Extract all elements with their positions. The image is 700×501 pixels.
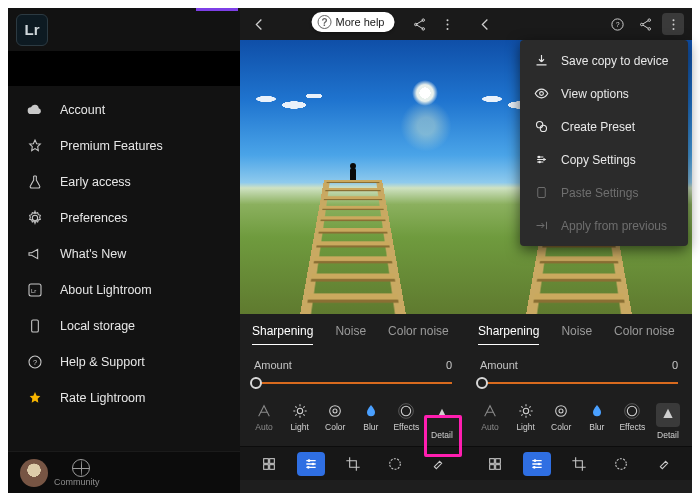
strip-crop[interactable]: [565, 452, 593, 476]
menu-label: Account: [60, 103, 105, 117]
tool-label: Effects: [619, 422, 645, 432]
slider-thumb[interactable]: [250, 377, 262, 389]
tool-label: Color: [551, 422, 571, 432]
menu-label: Premium Features: [60, 139, 163, 153]
tool-blur[interactable]: Blur: [581, 403, 613, 440]
amount-slider[interactable]: [480, 375, 678, 391]
photo-clouds: [250, 90, 330, 120]
svg-rect-18: [264, 464, 269, 469]
tab-sharpening[interactable]: Sharpening: [252, 324, 313, 345]
globe-icon[interactable]: [72, 459, 90, 477]
strip-presets[interactable]: [481, 452, 509, 476]
menu-item-account[interactable]: Account: [8, 92, 240, 128]
ov-save-copy[interactable]: Save copy to device: [520, 44, 688, 77]
slider-thumb[interactable]: [476, 377, 488, 389]
svg-point-33: [537, 122, 543, 128]
highlight-box-detail: [424, 415, 462, 457]
amount-slider[interactable]: [254, 375, 452, 391]
tool-label: Color: [325, 422, 345, 432]
edit-tool-row: Auto Light Color Blur Effects: [466, 393, 692, 446]
amount-value: 0: [672, 359, 678, 371]
menu-item-premium[interactable]: Premium Features: [8, 128, 240, 164]
svg-point-26: [648, 18, 651, 21]
editor-topbar: ?: [466, 8, 692, 40]
menu-item-rate[interactable]: Rate Lightroom: [8, 380, 240, 416]
menu-label: Early access: [60, 175, 131, 189]
app-menu-panel: Lr Account Premium Features Early access…: [8, 8, 240, 493]
overflow-button[interactable]: [662, 13, 684, 35]
editor-panel-right: ? Save copy to device View options Creat…: [466, 8, 692, 493]
ov-copy-settings[interactable]: Copy Settings: [520, 143, 688, 176]
strip-presets[interactable]: [255, 452, 283, 476]
megaphone-icon: [26, 245, 44, 263]
svg-text:?: ?: [615, 21, 619, 28]
avatar[interactable]: [20, 459, 48, 487]
tool-light[interactable]: Light: [510, 403, 542, 440]
strip-masking[interactable]: [607, 452, 635, 476]
strip-healing[interactable]: [649, 452, 677, 476]
ov-view-options[interactable]: View options: [520, 77, 688, 110]
tool-detail[interactable]: Detail: [652, 403, 684, 440]
share-button[interactable]: [408, 13, 430, 35]
bottom-strip: [466, 446, 692, 480]
photo-preview[interactable]: [240, 40, 466, 314]
help-icon: ?: [26, 353, 44, 371]
tool-light[interactable]: Light: [284, 403, 316, 440]
strip-edit[interactable]: [523, 452, 551, 476]
strip-masking[interactable]: [381, 452, 409, 476]
svg-rect-19: [270, 464, 275, 469]
menu-item-about[interactable]: Lr About Lightroom: [8, 272, 240, 308]
tool-label: Light: [516, 422, 534, 432]
tab-sharpening[interactable]: Sharpening: [478, 324, 539, 345]
menu-item-whats-new[interactable]: What's New: [8, 236, 240, 272]
menu-item-local-storage[interactable]: Local storage: [8, 308, 240, 344]
menu-item-help[interactable]: ? Help & Support: [8, 344, 240, 380]
ov-create-preset[interactable]: Create Preset: [520, 110, 688, 143]
strip-edit[interactable]: [297, 452, 325, 476]
overflow-button[interactable]: [436, 13, 458, 35]
tool-auto[interactable]: Auto: [248, 403, 280, 440]
device-icon: [26, 317, 44, 335]
photo-flare: [396, 96, 456, 156]
menu-item-preferences[interactable]: Preferences: [8, 200, 240, 236]
tool-color[interactable]: Color: [319, 403, 351, 440]
tool-blur[interactable]: Blur: [355, 403, 387, 440]
menu-item-early-access[interactable]: Early access: [8, 164, 240, 200]
strip-crop[interactable]: [339, 452, 367, 476]
ov-label: Save copy to device: [561, 54, 668, 68]
tab-color-noise[interactable]: Color noise: [388, 324, 449, 345]
svg-point-12: [330, 406, 341, 417]
svg-point-41: [559, 409, 563, 413]
tab-color-noise[interactable]: Color noise: [614, 324, 675, 345]
tool-auto[interactable]: Auto: [474, 403, 506, 440]
detail-tabs: Sharpening Noise Color noise: [466, 314, 692, 351]
svg-point-9: [446, 23, 448, 25]
tool-label: Blur: [589, 422, 604, 432]
amount-label: Amount: [480, 359, 518, 371]
svg-point-36: [543, 158, 546, 161]
svg-point-14: [402, 406, 411, 415]
editor-controls: Sharpening Noise Color noise Amount 0 Au…: [466, 314, 692, 493]
star-filled-icon: [26, 389, 44, 407]
svg-text:?: ?: [33, 358, 37, 367]
ov-label: Create Preset: [561, 120, 635, 134]
tab-noise[interactable]: Noise: [335, 324, 366, 345]
ov-paste-settings: Paste Settings: [520, 176, 688, 209]
share-button[interactable]: [634, 13, 656, 35]
tool-label: Effects: [393, 422, 419, 432]
help-button[interactable]: ?: [606, 13, 628, 35]
svg-rect-16: [264, 458, 269, 463]
tool-effects[interactable]: Effects: [616, 403, 648, 440]
tool-color[interactable]: Color: [545, 403, 577, 440]
svg-rect-38: [538, 188, 546, 198]
svg-point-20: [308, 459, 311, 462]
svg-point-22: [307, 466, 310, 469]
back-button[interactable]: [248, 13, 270, 35]
svg-point-49: [538, 462, 541, 465]
tab-noise[interactable]: Noise: [561, 324, 592, 345]
tool-effects[interactable]: Effects: [390, 403, 422, 440]
svg-text:Lr: Lr: [31, 288, 36, 294]
more-help-pill[interactable]: ? More help: [312, 12, 395, 32]
back-button[interactable]: [474, 13, 496, 35]
app-menu: Account Premium Features Early access Pr…: [8, 86, 240, 451]
